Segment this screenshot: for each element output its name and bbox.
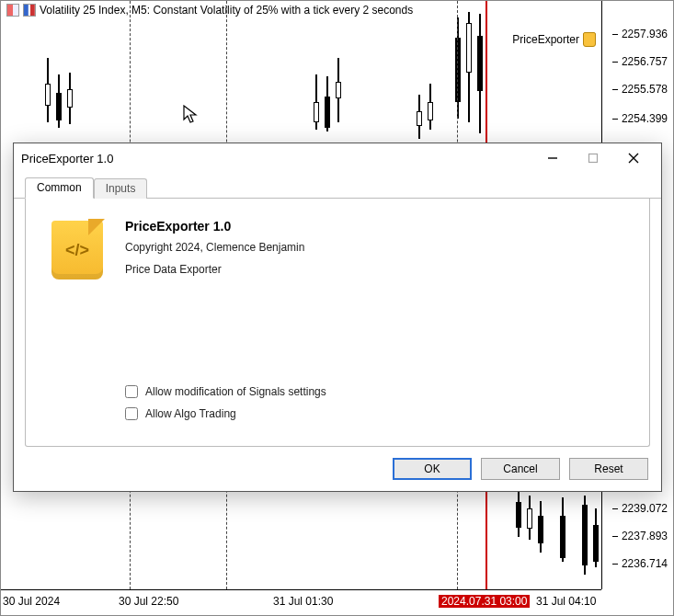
chart-icon-b [23,4,36,17]
time-tick: 30 Jul 22:50 [119,595,178,608]
maximize-icon [588,153,599,164]
script-icon: </> [51,221,103,279]
check-allow-algo-label: Allow Algo Trading [145,407,236,420]
dialog-title: PriceExporter 1.0 [21,152,532,165]
reset-button[interactable]: Reset [569,458,648,480]
time-tick: 31 Jul 04:10 [536,595,596,608]
maximize-button [573,144,613,172]
price-tick: 2237.893 [622,530,668,542]
check-allow-signals-box[interactable] [125,385,138,398]
tab-common[interactable]: Common [25,177,94,199]
dialog-button-row: OK Cancel Reset [393,458,648,480]
minimize-icon [547,153,558,164]
close-button[interactable] [613,144,654,172]
time-tick-selected: 2024.07.31 03:00 [439,595,530,608]
time-tick: 31 Jul 01:30 [273,595,333,608]
dialog-description: Price Data Exporter [125,263,631,276]
ok-button[interactable]: OK [393,458,472,480]
chart-title-bar: Volatility 25 Index, M5: Constant Volati… [6,4,413,17]
check-allow-algo[interactable]: Allow Algo Trading [125,407,326,420]
price-tick: 2256.757 [622,55,668,68]
check-allow-signals[interactable]: Allow modification of Signals settings [125,385,326,398]
price-tick: 2257.936 [622,28,668,40]
close-icon [628,153,639,164]
ea-tag[interactable]: PriceExporter [512,32,596,47]
cancel-button[interactable]: Cancel [481,458,560,480]
tab-page-common: </> PriceExporter 1.0 Copyright 2024, Cl… [25,199,650,447]
script-icon [583,32,596,47]
dialog-titlebar[interactable]: PriceExporter 1.0 [14,143,661,173]
minimize-button[interactable] [532,144,573,172]
ea-tag-label: PriceExporter [512,33,579,46]
tab-inputs[interactable]: Inputs [94,178,148,199]
check-allow-algo-box[interactable] [125,407,138,420]
tabstrip: Common Inputs [14,173,661,199]
time-axis: 30 Jul 202430 Jul 22:5031 Jul 01:302024.… [1,589,601,615]
check-allow-signals-label: Allow modification of Signals settings [145,385,326,398]
price-exporter-dialog: PriceExporter 1.0 Common Inputs </> Pric… [13,143,662,492]
dialog-heading: PriceExporter 1.0 [125,219,631,234]
time-tick: 30 Jul 2024 [3,595,60,608]
price-tick: 2255.578 [622,83,668,96]
price-tick: 2239.072 [622,502,668,515]
price-tick: 2236.714 [622,557,668,570]
svg-rect-1 [589,154,598,163]
price-tick: 2254.399 [622,112,668,125]
dialog-copyright: Copyright 2024, Clemence Benjamin [125,241,631,254]
chart-icon-a [6,4,19,17]
